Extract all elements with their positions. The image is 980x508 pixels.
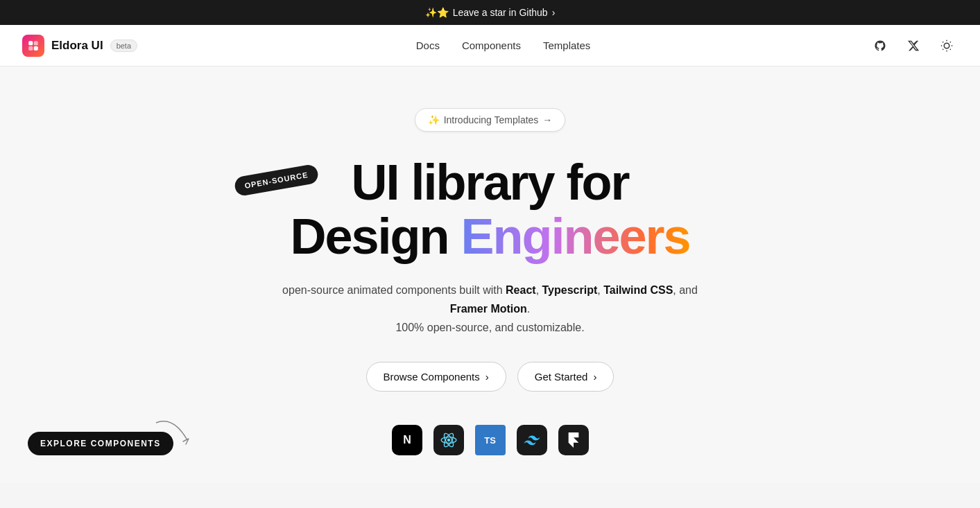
cta-buttons: Browse Components › Get Started › [366,362,614,392]
headline-line2: Design Engineers [290,209,689,264]
hero-subtext: open-source animated components built wi… [275,281,705,338]
svg-line-7 [943,42,943,42]
svg-rect-2 [28,46,33,50]
tech-ts: Typescript [542,284,598,296]
browse-components-label: Browse Components [384,371,480,383]
nav-link-templates[interactable]: Templates [543,40,590,51]
tech-icons-row: N TS [392,425,589,455]
explore-components-button[interactable]: EXPLORE COMPONENTS [28,432,173,455]
navbar-logo-group: Eldora UI beta [22,35,137,57]
navbar-links: Docs Components Templates [416,40,591,51]
tech-react: React [506,284,536,296]
github-icon [874,40,886,52]
svg-line-11 [943,49,943,49]
logo-icon[interactable] [22,35,44,57]
get-started-arrow: › [593,371,596,383]
explore-components-label: EXPLORE COMPONENTS [40,439,161,448]
svg-rect-3 [34,46,38,50]
nextjs-icon[interactable]: N [392,425,422,455]
theme-toggle-button[interactable] [936,35,958,57]
navbar-actions [869,35,958,57]
browse-components-arrow: › [485,371,489,383]
banner-arrow: › [552,7,556,18]
top-banner[interactable]: ✨⭐ Leave a star in Github › [0,0,980,25]
svg-line-12 [950,42,951,42]
headline-line1: UI library for [290,157,689,209]
banner-text: Leave a star in Github [453,7,548,18]
intro-badge-arrow: → [542,114,552,125]
nav-link-docs[interactable]: Docs [416,40,440,51]
svg-line-8 [950,49,951,49]
navbar: Eldora UI beta Docs Components Templates [0,25,980,67]
twitter-icon-button[interactable] [902,35,925,57]
headline-word-design: Design [290,209,461,264]
github-icon-button[interactable] [869,35,891,57]
nav-link-components[interactable]: Components [462,40,521,51]
browse-components-button[interactable]: Browse Components › [366,362,506,392]
twitter-icon [907,40,920,52]
framer-icon[interactable] [558,425,589,455]
logo-text: Eldora UI [51,39,103,53]
sun-icon [940,40,953,52]
intro-badge[interactable]: ✨ Introducing Templates → [415,108,566,132]
beta-badge: beta [110,40,137,52]
get-started-label: Get Started [535,371,588,383]
headline-container: OPEN-SOURCE UI library for Design Engine… [290,157,689,264]
svg-rect-1 [34,41,38,45]
banner-icon: ✨⭐ [425,7,449,18]
hero-section: ✨ Introducing Templates → OPEN-SOURCE UI… [0,67,980,483]
tech-framer: Framer Motion [450,303,527,315]
intro-badge-icon: ✨ [428,114,440,125]
headline-word-engineers: Engineers [461,209,689,264]
typescript-icon[interactable]: TS [475,425,506,455]
react-icon[interactable] [433,425,464,455]
tech-tailwind: Tailwind CSS [603,284,673,296]
svg-rect-0 [28,41,33,45]
tailwind-icon[interactable] [517,425,547,455]
svg-point-4 [944,43,949,49]
intro-badge-text: Introducing Templates [444,114,539,125]
curved-arrow-decoration [153,419,194,450]
get-started-button[interactable]: Get Started › [517,362,614,392]
svg-point-13 [447,439,449,441]
